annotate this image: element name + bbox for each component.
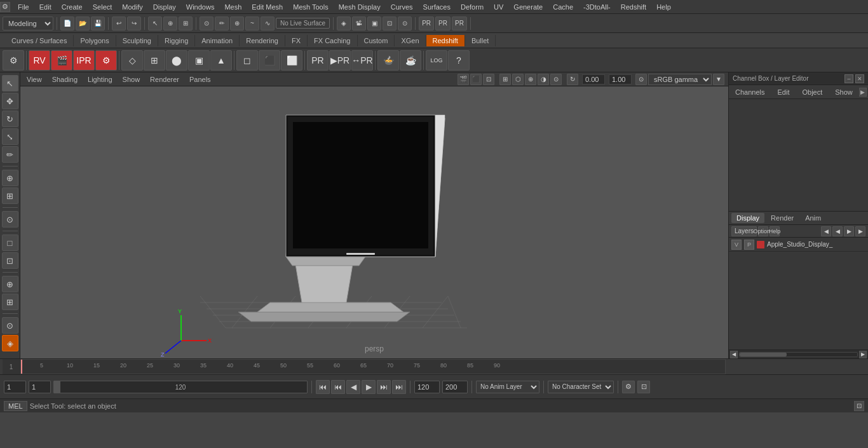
anim-extra-btn[interactable]: ⊡ [637, 381, 650, 393]
measure-btn[interactable]: ⊞ [2, 187, 18, 204]
menu-file[interactable]: File [13, 2, 34, 12]
frame-start-input[interactable] [4, 381, 26, 393]
range-slider[interactable]: 120 [53, 381, 308, 393]
vp-arrow-btn[interactable]: ▼ [713, 74, 724, 85]
vp-value1[interactable]: 0.00 [582, 74, 605, 85]
save-scene-btn[interactable]: 💾 [91, 17, 105, 31]
open-scene-btn[interactable]: 📂 [76, 17, 90, 31]
log-btn[interactable]: LOG [426, 50, 447, 71]
paint3-btn[interactable]: ~ [245, 17, 259, 31]
select-tool-btn[interactable]: ↖ [2, 75, 18, 92]
menu-windows[interactable]: Windows [181, 2, 220, 12]
panel-minimize-btn[interactable]: – [844, 74, 853, 83]
diamond-btn[interactable]: ◇ [121, 50, 143, 71]
ipr-btn[interactable]: IPR [73, 50, 95, 71]
layer-arrow-left-btn[interactable]: ◀ [821, 226, 831, 236]
menu-edit[interactable]: Edit [34, 2, 57, 12]
help-btn[interactable]: ? [448, 50, 470, 71]
menu-select[interactable]: Select [88, 2, 118, 12]
vp-value2[interactable]: 1.00 [609, 74, 632, 85]
gear-icon[interactable]: ⚙ [0, 2, 10, 12]
pr-btn1[interactable]: PR [419, 17, 434, 31]
layer-playback[interactable]: P [744, 240, 754, 250]
goto-end-btn[interactable]: ⏭ [392, 380, 406, 394]
face-btn[interactable]: ⊞ [2, 294, 18, 310]
menu-surfaces[interactable]: Surfaces [418, 2, 456, 12]
timeline-ruler[interactable]: 5 10 15 20 25 30 35 40 45 50 55 60 65 70… [20, 359, 726, 374]
menu-generate[interactable]: Generate [508, 2, 548, 12]
menu-curves[interactable]: Curves [386, 2, 418, 12]
channels-expand-btn[interactable]: ▶ [859, 88, 867, 97]
show-hide-btn[interactable]: □ [2, 234, 18, 251]
tab-curves-surfaces[interactable]: Curves / Surfaces [5, 35, 74, 46]
pr-toolbar-btn3[interactable]: ↔PR [351, 50, 373, 71]
no-char-set-dropdown[interactable]: No Character Set [548, 381, 614, 393]
layer-help-btn[interactable]: Help [770, 226, 780, 236]
layer-arrow-right-btn[interactable]: ▶ [844, 226, 854, 236]
vp-film-btn[interactable]: ⬛ [470, 74, 482, 85]
pr-btn2[interactable]: PR [435, 17, 451, 31]
panels-menu[interactable]: Panels [187, 74, 214, 85]
scale-tool-btn[interactable]: ⤡ [2, 128, 18, 145]
anim-max-input[interactable] [442, 381, 468, 393]
layer-options-btn[interactable]: Options [758, 226, 768, 236]
tab-channels[interactable]: Channels [729, 86, 771, 98]
menu-help[interactable]: Help [651, 2, 676, 12]
lighting-menu[interactable]: Lighting [85, 74, 115, 85]
tab-animation[interactable]: Animation [195, 35, 240, 46]
grid-btn[interactable]: ⊞ [144, 50, 165, 71]
layer-tab-display[interactable]: Display [731, 213, 764, 223]
layer-row[interactable]: V P Apple_Studio_Display_ [729, 238, 868, 252]
pr-toolbar-btn1[interactable]: PR [307, 50, 329, 71]
frame-current-input[interactable] [29, 381, 51, 393]
no-live-surface-btn[interactable]: No Live Surface [276, 18, 330, 29]
vp-light-btn[interactable]: ⊙ [550, 74, 562, 85]
play-back-btn[interactable]: ◀ [346, 380, 360, 394]
soft-select-btn[interactable]: ⊙ [2, 211, 18, 227]
menu-edit-mesh[interactable]: Edit Mesh [247, 2, 288, 12]
paint-tool-btn[interactable]: ✏ [2, 146, 18, 163]
render2-btn[interactable]: ▣ [367, 17, 381, 31]
shading-menu[interactable]: Shading [50, 74, 80, 85]
renderer-menu[interactable]: Renderer [147, 74, 182, 85]
tab-fx[interactable]: FX [285, 35, 308, 46]
snap-grid-btn[interactable]: ⊞ [179, 17, 193, 31]
merge-btn[interactable]: ⬛ [259, 50, 280, 71]
step-fwd-btn[interactable]: ⏭ [377, 380, 391, 394]
menu-mesh-tools[interactable]: Mesh Tools [288, 2, 333, 12]
menu-create[interactable]: Create [57, 2, 88, 12]
render-btn[interactable]: 📽 [352, 17, 366, 31]
colorspace-dropdown[interactable]: sRGB gamma [648, 74, 712, 85]
menu-modify[interactable]: Modify [117, 2, 147, 12]
panel-close-btn[interactable]: ✕ [855, 74, 864, 83]
pose-btn[interactable]: ⊙ [2, 317, 18, 334]
vp-shad-btn[interactable]: ◑ [538, 74, 549, 85]
settings-btn[interactable]: ⚙ [3, 50, 24, 71]
workspace-dropdown[interactable]: Modeling [3, 17, 53, 31]
scene-area[interactable]: X Y Z persp [20, 86, 728, 358]
lattice-btn[interactable]: ◈ [2, 335, 18, 351]
paint-select-btn[interactable]: ✏ [215, 17, 229, 31]
anim-settings-btn[interactable]: ⚙ [622, 381, 635, 393]
cone-btn[interactable]: ▲ [210, 50, 232, 71]
menu-mesh-display[interactable]: Mesh Display [334, 2, 386, 12]
layer-visibility[interactable]: V [731, 240, 742, 250]
status-icon-btn[interactable]: ⊡ [854, 401, 864, 411]
scroll-left-btn[interactable]: ◀ [730, 351, 738, 358]
select-mode-btn[interactable]: ↖ [148, 17, 162, 31]
cube-btn[interactable]: ◻ [236, 50, 258, 71]
menu-mesh[interactable]: Mesh [219, 2, 247, 12]
show-menu[interactable]: Show [120, 74, 143, 85]
tab-sculpting[interactable]: Sculpting [116, 35, 158, 46]
menu-uv[interactable]: UV [489, 2, 508, 12]
tab-object[interactable]: Object [796, 86, 829, 98]
scroll-track[interactable] [739, 352, 858, 357]
extrude-btn[interactable]: ⬜ [281, 50, 302, 71]
render4-btn[interactable]: ⊙ [398, 17, 412, 31]
scroll-right-btn[interactable]: ▶ [859, 351, 867, 358]
render-icon-btn[interactable]: 🎬 [51, 50, 72, 71]
vp-camera-btn[interactable]: 🎬 [458, 74, 469, 85]
layer-arrow-right2-btn[interactable]: ▶ [855, 226, 865, 236]
vp-uv-btn[interactable]: ⊕ [525, 74, 536, 85]
isolate-btn[interactable]: ◈ [337, 17, 351, 31]
